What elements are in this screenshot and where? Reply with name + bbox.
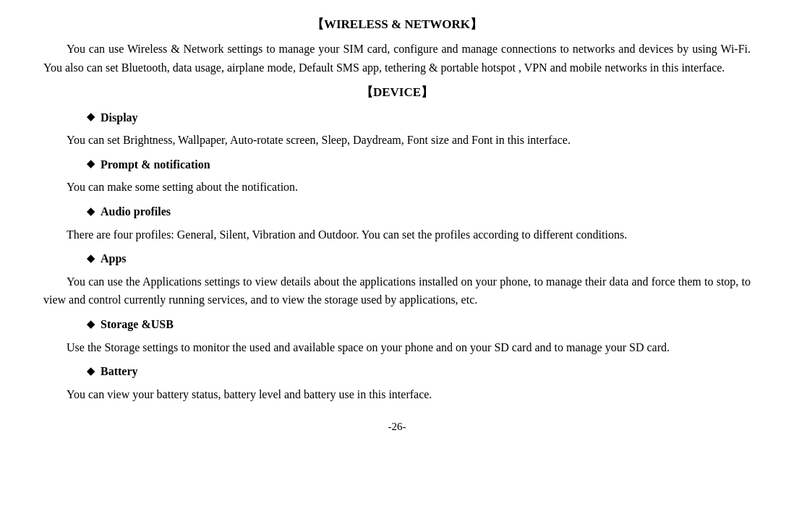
- audio-diamond-icon: ◆: [87, 204, 95, 220]
- battery-subheader: ◆ Battery: [87, 362, 751, 381]
- prompt-subheader: ◆ Prompt & notification: [87, 155, 751, 174]
- audio-body: There are four profiles: General, Silent…: [43, 226, 751, 244]
- display-body: You can set Brightness, Wallpaper, Auto-…: [43, 131, 751, 150]
- storage-subheader: ◆ Storage &USB: [87, 315, 751, 334]
- audio-label: Audio profiles: [101, 202, 171, 221]
- battery-diamond-icon: ◆: [87, 364, 95, 379]
- display-label: Display: [101, 108, 138, 127]
- display-diamond-icon: ◆: [87, 109, 95, 125]
- storage-diamond-icon: ◆: [87, 317, 95, 332]
- apps-subheader: ◆ Apps: [87, 249, 751, 268]
- display-subheader: ◆ Display: [87, 108, 751, 127]
- prompt-body: You can make some setting about the noti…: [43, 178, 751, 197]
- device-header: 【DEVICE】: [43, 82, 751, 102]
- page-number: -26-: [43, 418, 751, 435]
- apps-label: Apps: [101, 249, 127, 268]
- apps-diamond-icon: ◆: [87, 251, 95, 267]
- audio-subheader: ◆ Audio profiles: [87, 202, 751, 221]
- section-header: 【WIRELESS & NETWORK】: [43, 14, 751, 34]
- battery-label: Battery: [101, 362, 138, 381]
- battery-body: You can view your battery status, batter…: [43, 385, 751, 404]
- prompt-label: Prompt & notification: [101, 155, 210, 174]
- storage-label: Storage &USB: [101, 315, 174, 334]
- wireless-body: You can use Wireless & Network settings …: [43, 40, 751, 77]
- storage-body: Use the Storage settings to monitor the …: [43, 338, 751, 357]
- prompt-diamond-icon: ◆: [87, 156, 95, 172]
- apps-body: You can use the Applications settings to…: [43, 273, 751, 309]
